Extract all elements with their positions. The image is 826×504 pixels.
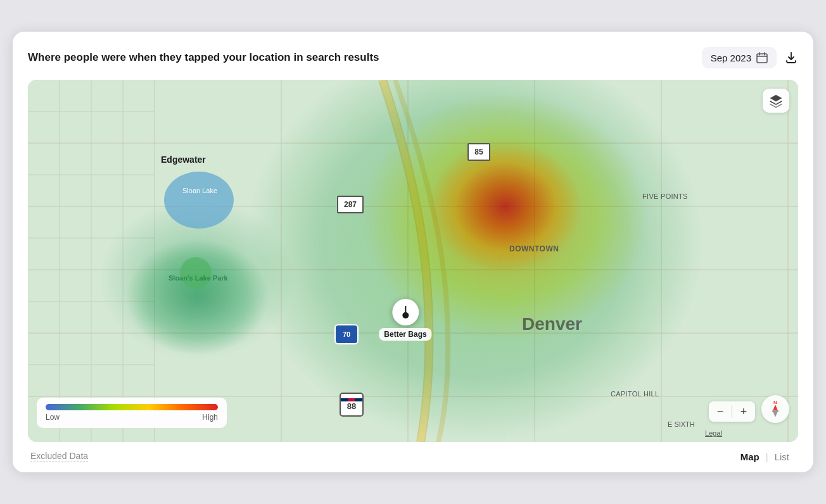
heatmap-overlay	[28, 80, 798, 442]
date-label: Sep 2023	[711, 53, 751, 63]
download-button[interactable]	[784, 51, 798, 65]
sloan-lake	[164, 172, 234, 229]
pin-icon	[402, 306, 409, 318]
date-picker-button[interactable]: Sep 2023	[702, 47, 777, 68]
calendar-icon	[756, 52, 768, 63]
download-icon	[784, 51, 798, 65]
header-controls: Sep 2023	[702, 47, 798, 68]
excluded-data-label[interactable]: Excluded Data	[30, 451, 88, 462]
footer: Excluded Data Map | List	[28, 442, 798, 472]
heatmap-legend: Low High	[37, 398, 227, 428]
zoom-out-button[interactable]: −	[709, 401, 732, 422]
legend-high-label: High	[202, 413, 218, 422]
pin-bubble	[392, 299, 419, 325]
highway-70: 70	[334, 324, 359, 344]
highway-85: 85	[467, 143, 490, 161]
zoom-in-button[interactable]: +	[732, 401, 755, 422]
legal-link[interactable]: Legal	[705, 429, 722, 437]
svg-rect-0	[757, 54, 767, 63]
card: Where people were when they tapped your …	[13, 32, 813, 472]
highway-287: 287	[337, 196, 364, 213]
page-title: Where people were when they tapped your …	[28, 51, 379, 64]
compass: N	[761, 395, 789, 423]
legend-labels: Low High	[46, 413, 218, 422]
zoom-controls: − +	[709, 401, 755, 422]
sloans-lake-park	[180, 257, 212, 289]
map-container: Edgewater Sloan Lake Sloan's Lake Park D…	[28, 80, 798, 442]
layers-icon	[769, 94, 783, 108]
view-map-button[interactable]: Map	[734, 451, 766, 462]
map-type-toggle[interactable]	[763, 89, 789, 113]
legend-low-label: Low	[46, 413, 60, 422]
highway-88: 88	[340, 393, 364, 417]
view-list-button[interactable]: List	[768, 451, 796, 462]
view-toggle: Map | List	[734, 451, 796, 462]
legend-gradient-bar	[46, 404, 218, 410]
header: Where people were when they tapped your …	[28, 47, 798, 68]
location-pin: Better Bags	[379, 299, 431, 341]
location-label: Better Bags	[379, 328, 431, 341]
compass-south-arrow	[772, 410, 778, 417]
compass-inner: N	[766, 400, 785, 419]
